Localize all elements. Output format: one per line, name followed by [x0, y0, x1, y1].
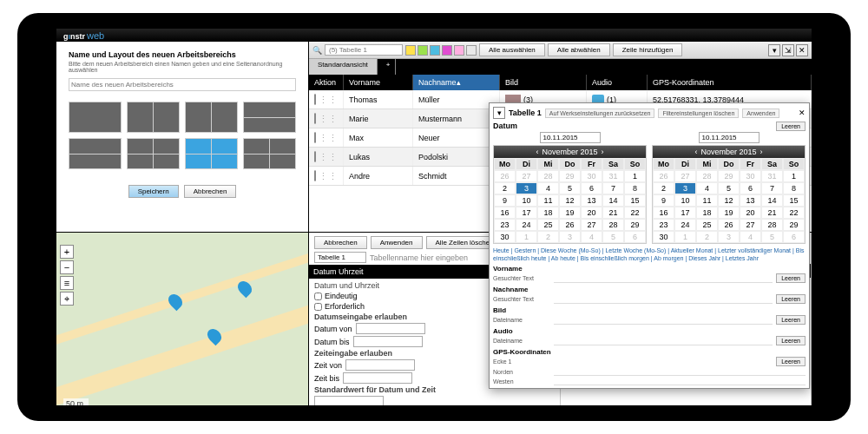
clipboard-icon[interactable]	[314, 113, 316, 124]
col-gps[interactable]: GPS-Koordinaten	[648, 75, 812, 90]
layout-option[interactable]	[69, 138, 122, 169]
layout-option[interactable]	[185, 102, 238, 133]
next-month-icon: ›	[602, 148, 604, 156]
view-tabs: Standardansicht +	[309, 59, 812, 75]
map-canvas[interactable]: + − ≡ ⌖ 50 m200 ft	[56, 233, 308, 405]
color-swatch[interactable]	[405, 45, 416, 56]
quick-range-links[interactable]: Heute | Gestern | Diese Woche (Mo-So) | …	[493, 247, 806, 262]
layers-icon[interactable]: ≡	[60, 276, 74, 290]
date-to-input[interactable]	[353, 336, 423, 347]
brand-logo: gınstr	[63, 29, 85, 42]
color-swatch[interactable]	[418, 45, 428, 56]
drag-icon[interactable]: ⋮⋮	[319, 174, 338, 179]
layout-option[interactable]	[127, 102, 180, 133]
clear-button[interactable]: Leeren	[776, 294, 806, 304]
col-nachname[interactable]: Nachname ▴	[413, 75, 500, 90]
col-bild[interactable]: Bild	[500, 75, 587, 90]
table-search-input[interactable]	[325, 44, 403, 56]
clear-button[interactable]: Leeren	[776, 357, 806, 366]
audio-filter-input[interactable]	[554, 337, 773, 345]
norden-input[interactable]	[554, 367, 806, 376]
next-month-icon: ›	[760, 148, 763, 156]
drag-icon[interactable]: ⋮⋮	[319, 155, 338, 160]
sec-bild: Bild	[493, 306, 806, 314]
sec-nachname: Nachname	[493, 286, 806, 293]
drag-icon[interactable]: ⋮⋮	[319, 135, 338, 141]
sec-vorname: Vorname	[493, 265, 806, 273]
zoom-in-icon[interactable]: +	[60, 245, 74, 259]
table-name-hint: Tabellenname hier eingeben	[370, 253, 468, 262]
nachname-filter-input[interactable]	[554, 295, 773, 304]
select-all-button[interactable]: Alle auswählen	[479, 43, 545, 56]
clipboard-icon[interactable]	[314, 94, 316, 105]
layout-option[interactable]	[243, 138, 296, 169]
date-to-field[interactable]	[699, 132, 760, 143]
zoom-out-icon[interactable]: −	[60, 260, 74, 274]
color-swatch[interactable]	[430, 45, 440, 56]
map-controls: + − ≡ ⌖	[60, 245, 74, 306]
delete-filter-button[interactable]: Filtereinstellungen löschen	[658, 108, 739, 118]
layout-title: Name und Layout des neuen Arbeitsbereich…	[69, 50, 296, 59]
form-apply-button[interactable]: Anwenden	[371, 236, 423, 249]
prev-month-icon: ‹	[694, 148, 697, 156]
default-dt-input[interactable]	[314, 396, 384, 405]
sec-gps: GPS-Koordinaten	[493, 348, 806, 356]
westen-input[interactable]	[554, 377, 806, 385]
layout-option[interactable]	[69, 102, 122, 133]
dialog-title: Tabelle 1	[509, 108, 542, 117]
bild-filter-input[interactable]	[554, 316, 773, 325]
col-aktion[interactable]: Aktion	[309, 75, 344, 90]
funnel-icon: ▾	[493, 107, 505, 119]
tab-add[interactable]: +	[378, 59, 396, 75]
calendar-from[interactable]: ‹November 2015› MoDiMiDoFrSaSo2627282930…	[493, 145, 647, 244]
clear-button[interactable]: Leeren	[776, 315, 806, 325]
cancel-button[interactable]: Abbrechen	[184, 185, 237, 198]
deselect-all-button[interactable]: Alle abwählen	[548, 43, 610, 56]
workspace-name-input[interactable]	[69, 78, 296, 91]
color-swatch[interactable]	[442, 45, 452, 56]
save-button[interactable]: Speichern	[128, 185, 179, 198]
reset-factory-button[interactable]: Auf Werkseinstellungen zurücksetzen	[545, 108, 655, 118]
calendar-to[interactable]: ‹November 2015› MoDiMiDoFrSaSo2627282930…	[652, 145, 806, 244]
filter-icon[interactable]: ▾	[768, 44, 780, 56]
vorname-filter-input[interactable]	[554, 274, 773, 283]
layout-grid	[69, 102, 296, 169]
screen: gınstr web Name und Layout des neuen Arb…	[56, 29, 812, 405]
tab-standard[interactable]: Standardansicht	[309, 59, 378, 75]
app-topbar: gınstr web	[56, 29, 812, 42]
table-toolbar: 🔍 Alle auswählen Alle abwählen Zeile hin…	[309, 42, 812, 59]
time-from-input[interactable]	[345, 359, 415, 371]
clipboard-icon[interactable]	[314, 170, 316, 181]
clear-datum-button[interactable]: Leeren	[776, 122, 806, 131]
close-icon[interactable]: ✕	[796, 44, 808, 56]
color-swatch[interactable]	[466, 45, 477, 56]
prev-month-icon: ‹	[536, 148, 538, 156]
date-from-input[interactable]	[356, 323, 425, 334]
locate-icon[interactable]: ⌖	[60, 292, 74, 306]
color-swatch[interactable]	[454, 45, 464, 56]
clear-button[interactable]: Leeren	[776, 273, 806, 283]
col-vorname[interactable]: Vorname	[344, 75, 413, 90]
clear-button[interactable]: Leeren	[776, 336, 806, 345]
search-icon: 🔍	[312, 46, 322, 55]
clipboard-icon[interactable]	[314, 132, 316, 143]
drag-icon[interactable]: ⋮⋮	[319, 116, 338, 122]
clipboard-icon[interactable]	[314, 151, 316, 162]
export-icon[interactable]: ⇲	[782, 44, 794, 56]
table-name-input[interactable]	[314, 252, 366, 263]
col-audio[interactable]: Audio	[587, 75, 648, 90]
layout-option[interactable]	[127, 138, 180, 169]
time-to-input[interactable]	[343, 372, 412, 384]
dialog-close-icon[interactable]: ✕	[799, 108, 806, 117]
form-cancel-button[interactable]: Abbrechen	[314, 236, 367, 249]
date-from-field[interactable]	[540, 132, 601, 143]
apply-filter-button[interactable]: Anwenden	[742, 108, 779, 118]
layout-option[interactable]	[243, 102, 296, 133]
layout-picker-pane: Name und Layout des neuen Arbeitsbereich…	[56, 42, 308, 232]
layout-option-selected[interactable]	[185, 138, 238, 169]
add-row-button[interactable]: Zeile hinzufügen	[613, 43, 683, 56]
map-pane: + − ≡ ⌖ 50 m200 ft	[56, 233, 308, 405]
filter-dialog: ▾ Tabelle 1 Auf Werkseinstellungen zurüc…	[489, 102, 810, 389]
map-scale: 50 m200 ft	[63, 398, 89, 405]
drag-icon[interactable]: ⋮⋮	[319, 97, 338, 102]
